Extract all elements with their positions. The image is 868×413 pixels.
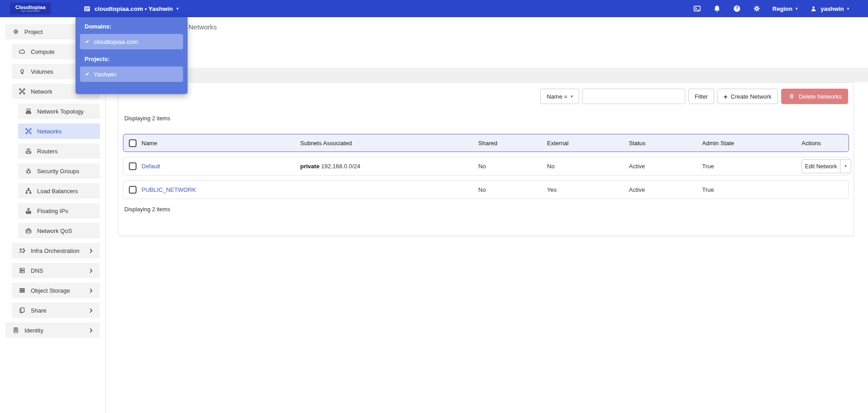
subnets-cell: private 192.168.0.0/24 — [300, 163, 478, 170]
subnet-name: private — [300, 163, 320, 170]
region-dropdown[interactable]: Region ▾ — [773, 5, 798, 12]
filter-button[interactable]: Filter — [689, 89, 714, 104]
row-checkbox[interactable] — [129, 162, 137, 170]
column-header-admin-state[interactable]: Admin State — [702, 140, 802, 147]
sidebar-item-infra-orchestration[interactable]: Infra Orchestration — [12, 243, 100, 258]
topology-icon — [24, 108, 32, 115]
sidebar-item-load-balancers[interactable]: Load Balancers — [18, 183, 100, 199]
status-value: Active — [629, 186, 702, 193]
column-header-status[interactable]: Status — [629, 140, 702, 147]
table-body: Defaultprivate 192.168.0.0/24NoNoActiveT… — [123, 157, 849, 199]
external-value: No — [547, 163, 629, 170]
context-switcher-label: cloudtopiaa.com • Yashwin — [94, 5, 173, 12]
select-all-cell — [123, 139, 142, 147]
column-header-subnets[interactable]: Subnets Associated — [300, 140, 478, 147]
sidebar-item-label: Share — [31, 307, 47, 314]
row-checkbox[interactable] — [129, 186, 137, 194]
sidebar-item-routers[interactable]: Routers — [18, 143, 100, 159]
chevron-right-icon — [88, 308, 94, 313]
sidebar-item-label: Network QoS — [37, 228, 72, 234]
console-icon[interactable] — [693, 5, 701, 13]
column-header-shared[interactable]: Shared — [478, 140, 547, 147]
name-cell: Default — [142, 163, 300, 170]
domain-project-dropdown: Domains: ✔cloudtopiaa.com Projects: ✔Yas… — [75, 17, 188, 94]
sidebar-item-label: Routers — [37, 148, 58, 155]
domains-list: ✔cloudtopiaa.com — [80, 34, 183, 49]
breadcrumb: Networks — [189, 23, 217, 31]
sidebar-item-label: Infra Orchestration — [31, 247, 80, 254]
table-toolbar: Name = ▾ Filter + Create Network Delete … — [540, 89, 848, 104]
network-name-link[interactable]: PUBLIC_NETWORK — [142, 186, 196, 193]
edit-network-split-button: Edit Network▾ — [802, 159, 851, 173]
sidebar-item-identity[interactable]: Identity — [5, 323, 100, 338]
filter-input[interactable] — [582, 89, 685, 104]
security-icon — [24, 167, 32, 175]
chevron-right-icon — [88, 248, 94, 254]
items-count-bottom: Displaying 2 items — [124, 206, 849, 213]
help-icon[interactable]: ? — [733, 5, 741, 13]
edit-network-dropdown-toggle[interactable]: ▾ — [840, 159, 851, 173]
sidebar-item-label: Load Balancers — [37, 188, 78, 195]
orchestration-icon — [18, 247, 26, 255]
loadbalancer-icon — [24, 187, 32, 195]
identity-icon — [12, 327, 19, 334]
domains-label: Domains: — [85, 23, 183, 30]
top-navbar: Cloudtopiaa Your Cloud Partner cloudtopi… — [0, 0, 868, 17]
projects-label: Projects: — [85, 56, 183, 62]
check-icon: ✔ — [85, 38, 90, 45]
project-option-yashwin[interactable]: ✔Yashwin — [80, 66, 183, 82]
shared-value: No — [478, 186, 547, 193]
sidebar-item-floating-ips[interactable]: Floating IPs — [18, 203, 100, 218]
network-name-link[interactable]: Default — [142, 163, 160, 170]
sidebar-item-label: Network — [31, 88, 52, 95]
create-network-button[interactable]: + Create Network — [717, 89, 778, 104]
user-menu[interactable]: yashwin ▾ — [809, 5, 849, 13]
sidebar-item-dns[interactable]: DNS — [12, 263, 100, 278]
column-header-external[interactable]: External — [547, 140, 629, 147]
navbar-right: ? Region ▾ yashwin ▾ — [693, 5, 849, 13]
domain-option-cloudtopiaa-com[interactable]: ✔cloudtopiaa.com — [80, 34, 183, 49]
edit-network-button[interactable]: Edit Network — [802, 159, 840, 173]
share-icon — [18, 307, 26, 314]
filter-button-label: Filter — [695, 93, 708, 100]
chevron-down-icon: ▾ — [844, 164, 847, 168]
domain-option-label: cloudtopiaa.com — [94, 38, 138, 45]
settings-gear-icon[interactable] — [753, 5, 761, 13]
sidebar-item-share[interactable]: Share — [12, 303, 100, 318]
sidebar-item-network-topology[interactable]: Network Topology — [18, 104, 100, 119]
sidebar-item-object-storage[interactable]: Object Storage — [12, 283, 100, 298]
brand-logo[interactable]: Cloudtopiaa Your Cloud Partner — [10, 3, 51, 14]
routers-icon — [24, 147, 32, 155]
admin-state-value: True — [702, 186, 802, 193]
project-icon — [12, 28, 19, 36]
chevron-down-icon: ▾ — [796, 7, 798, 11]
row-select-cell — [123, 162, 142, 170]
chevron-right-icon — [88, 328, 94, 333]
column-header-name[interactable]: Name — [142, 140, 300, 147]
table-header-row: Name Subnets Associated Shared External … — [123, 134, 849, 152]
select-all-checkbox[interactable] — [129, 139, 137, 147]
domain-project-switcher[interactable]: cloudtopiaa.com • Yashwin ▾ — [83, 0, 179, 17]
user-name: yashwin — [821, 5, 844, 12]
project-option-label: Yashwin — [94, 71, 116, 78]
items-count-top: Displaying 2 items — [124, 115, 170, 122]
sidebar-item-label: Networks — [37, 128, 61, 135]
user-icon — [809, 5, 817, 13]
region-label: Region — [773, 5, 793, 12]
filter-field-select[interactable]: Name = ▾ — [540, 89, 579, 104]
sidebar-item-network-qos[interactable]: Network QoS — [18, 223, 100, 238]
section-divider-band — [106, 68, 868, 82]
sidebar-item-label: Compute — [31, 48, 55, 55]
compute-icon — [18, 48, 26, 56]
dns-icon — [18, 267, 26, 275]
context-switcher-icon — [83, 5, 91, 13]
sidebar-item-security-groups[interactable]: Security Groups — [18, 163, 100, 179]
delete-networks-button[interactable]: Delete Networks — [781, 89, 848, 104]
sidebar-item-networks[interactable]: Networks — [18, 123, 100, 139]
name-cell: PUBLIC_NETWORK — [142, 186, 300, 193]
sidebar-item-label: Floating IPs — [37, 208, 68, 214]
notifications-bell-icon[interactable] — [713, 5, 721, 13]
networks-icon — [24, 128, 32, 135]
filter-field-label: Name = — [547, 93, 567, 100]
chevron-right-icon — [88, 288, 94, 294]
